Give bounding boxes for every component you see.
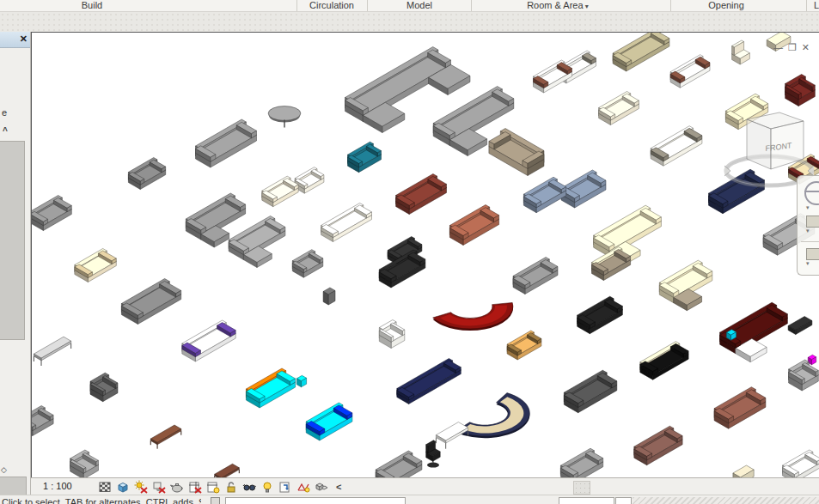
white-sofa-bottom-right[interactable]: [783, 450, 819, 478]
black-sofa-2[interactable]: [578, 296, 623, 334]
grey-vase[interactable]: [323, 288, 335, 305]
workset-selector[interactable]: [225, 497, 406, 504]
terracotta-sofa[interactable]: [449, 205, 498, 246]
grey-tufted-sofa[interactable]: [196, 119, 257, 167]
grey-armchair[interactable]: [70, 450, 99, 478]
tan-settee[interactable]: [507, 331, 541, 360]
filter-selector[interactable]: [615, 497, 632, 504]
navy-curved-sofa[interactable]: [456, 393, 530, 439]
collapse-arrow-icon[interactable]: <: [336, 482, 341, 492]
dark-red-curved-sectional[interactable]: [433, 302, 513, 331]
dark-red-armchair[interactable]: [785, 75, 816, 106]
close-window-icon[interactable]: ✕: [802, 42, 815, 52]
cream-daybed[interactable]: [75, 249, 117, 282]
show-rendering-dialog-icon[interactable]: [170, 480, 184, 494]
reveal-hidden-elements-icon[interactable]: [260, 480, 274, 494]
teal-loveseat[interactable]: [348, 142, 382, 173]
grey-tufted-bottom[interactable]: [560, 448, 602, 478]
cyan-sofa[interactable]: [246, 368, 295, 408]
chevron-down-icon[interactable]: ▾: [806, 260, 810, 267]
dark-red-sofa[interactable]: [396, 174, 447, 215]
minimize-window-icon[interactable]: —: [773, 42, 788, 52]
blue-grey-sofa[interactable]: [523, 177, 565, 213]
show-crop-region-icon[interactable]: [206, 480, 220, 494]
grey-sofa-3[interactable]: [513, 258, 558, 295]
orbit-tool-icon[interactable]: [806, 248, 819, 260]
brown-bench[interactable]: [150, 425, 181, 449]
grey-sofa-mid-left[interactable]: [292, 250, 323, 278]
white-sofa-2[interactable]: [670, 55, 710, 88]
grey-loveseat[interactable]: [128, 158, 165, 190]
chevron-down-icon[interactable]: ▾: [806, 228, 810, 234]
white-boat-sofa[interactable]: [651, 126, 702, 167]
workset-status-icon[interactable]: [211, 497, 220, 504]
highlight-displacement-sets-icon[interactable]: [315, 480, 328, 494]
office-chair[interactable]: [426, 440, 440, 468]
design-option-selector[interactable]: [559, 497, 614, 504]
cream-long-sofa[interactable]: [321, 203, 372, 242]
oval-coffee-table[interactable]: [268, 106, 301, 128]
white-sofa-sliver[interactable]: [295, 167, 324, 194]
grey-sofa-bottom[interactable]: [376, 451, 422, 478]
cream-viewcube-sofa[interactable]: [725, 94, 767, 130]
analytical-model-off-icon[interactable]: [296, 480, 310, 494]
restore-window-icon[interactable]: ❐: [788, 42, 802, 52]
palette-header[interactable]: ✕: [0, 32, 30, 48]
chevron-up-icon[interactable]: ^: [3, 126, 8, 136]
cream-black-loveseat[interactable]: [640, 342, 688, 380]
ribbon-panel-model[interactable]: Model: [406, 0, 432, 11]
temporary-hide-isolate-icon[interactable]: [242, 480, 256, 494]
detail-level-icon[interactable]: [98, 480, 112, 494]
unlocked-3d-view-icon[interactable]: [224, 480, 238, 494]
palette-scroll-area[interactable]: [0, 141, 25, 340]
visual-style-icon[interactable]: [116, 480, 130, 494]
small-brown-bench[interactable]: [215, 464, 240, 478]
white-sofa-1[interactable]: [534, 60, 572, 93]
cyan-blue-sofa[interactable]: [306, 403, 352, 440]
steering-wheel-icon[interactable]: [804, 181, 819, 205]
grey-sofa-far-left[interactable]: [32, 196, 71, 231]
scale-button[interactable]: 1 : 100: [43, 481, 72, 491]
viewbar-grip: [573, 481, 590, 495]
mauve-sofa[interactable]: [634, 426, 682, 465]
navy-sofa[interactable]: [709, 169, 765, 214]
furniture-3d-view[interactable]: [32, 33, 819, 478]
chevron-down-icon[interactable]: ▾: [806, 204, 810, 211]
drafting-table[interactable]: [436, 422, 468, 449]
navigation-bar[interactable]: ▾ ▾ ▾: [797, 175, 819, 276]
drawing-canvas[interactable]: —❐✕ FRONT ▾ ▾ ▾: [31, 32, 819, 478]
park-bench[interactable]: [34, 337, 70, 366]
wicker-armchair[interactable]: [90, 373, 118, 402]
ribbon-panel-room-area[interactable]: Room & Area ▾: [527, 0, 589, 12]
ribbon-panel-opening[interactable]: Opening: [708, 0, 744, 11]
purple-white-sofa[interactable]: [182, 320, 235, 361]
grey-ornate-sofa[interactable]: [121, 279, 180, 325]
cyan-sliver[interactable]: [296, 375, 306, 387]
sun-path-off-icon[interactable]: [134, 480, 148, 494]
blue-grey-sofa-2[interactable]: [561, 170, 606, 208]
zoom-tool-icon[interactable]: [806, 216, 819, 228]
ribbon-panel-build[interactable]: Build: [82, 0, 102, 11]
brown-sofa-2[interactable]: [714, 387, 766, 429]
temporary-view-properties-icon[interactable]: [278, 480, 292, 494]
crop-view-off-icon[interactable]: [188, 480, 202, 494]
beige-sofa-2[interactable]: [599, 92, 639, 125]
close-icon[interactable]: ✕: [20, 33, 28, 45]
cream-l-sectional[interactable]: [659, 260, 712, 311]
khaki-sofa[interactable]: [613, 33, 669, 71]
wood-chair[interactable]: [732, 40, 750, 64]
grey-sofa-left-lower[interactable]: [32, 406, 53, 436]
shadows-off-icon[interactable]: [152, 480, 166, 494]
ribbon-panel-circulation[interactable]: Circulation: [309, 0, 354, 11]
ribbon-panel-l[interactable]: L: [814, 0, 819, 11]
white-armchair[interactable]: [379, 320, 405, 349]
taupe-sofa[interactable]: [489, 129, 544, 176]
cream-sofa[interactable]: [262, 176, 298, 207]
grey-sectional-2[interactable]: [229, 216, 285, 268]
beige-pouf-bottom[interactable]: [733, 465, 754, 478]
desk-black-items[interactable]: [788, 317, 812, 335]
dark-grey-sofa[interactable]: [564, 370, 617, 413]
chevron-down-icon[interactable]: ▾: [584, 3, 589, 10]
navy-lounge-pair[interactable]: [397, 359, 461, 404]
grey-recliner[interactable]: [789, 360, 819, 391]
